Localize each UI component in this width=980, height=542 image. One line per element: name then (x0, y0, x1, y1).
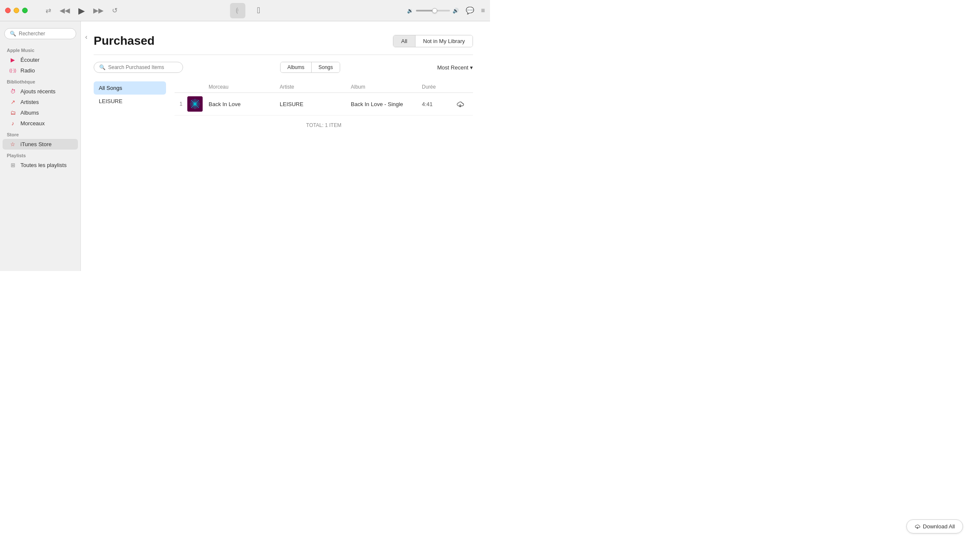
page-title: Purchased (94, 34, 155, 48)
sidebar-search[interactable]: 🔍 (4, 28, 76, 39)
artists-icon: ↗ (9, 99, 16, 105)
col-morceau: Morceau (209, 84, 280, 90)
recent-icon: ⏱ (9, 88, 16, 95)
page-header: Purchased All Not in My Library (94, 34, 473, 48)
listen-icon: ▶ (9, 57, 16, 63)
sidebar-item-tracks[interactable]: ♪ Morceaux (3, 118, 78, 129)
artist-list-item-leisure[interactable]: LEISURE (94, 95, 166, 108)
sidebar-item-listen-label: Écouter (20, 57, 40, 63)
filter-tabs: All Not in My Library (393, 35, 473, 47)
track-number: 1 (175, 101, 187, 107)
sidebar-item-artists[interactable]: ↗ Artistes (3, 97, 78, 107)
sidebar-item-recent[interactable]: ⏱ Ajouts récents (3, 86, 78, 97)
radio-icon: ((·)) (9, 68, 16, 73)
search-input[interactable] (19, 31, 71, 37)
view-tab-songs[interactable]: Songs (311, 62, 340, 72)
album-art-starburst (187, 96, 203, 112)
now-playing-area:  (230, 3, 260, 18)
two-panel: All Songs LEISURE Morceau Artiste Album … (94, 81, 473, 135)
artist-list-panel: All Songs LEISURE (94, 81, 166, 135)
chat-icon[interactable]: 💬 (466, 6, 474, 14)
view-tabs: Albums Songs (280, 62, 340, 73)
close-button[interactable] (5, 8, 11, 13)
artist-list-item-all[interactable]: All Songs (94, 81, 166, 95)
search-purchased-icon: 🔍 (99, 64, 106, 70)
col-actions (456, 84, 473, 90)
main-container: 🔍 Apple Music ▶ Écouter ((·)) Radio Bibl… (0, 21, 490, 271)
content-area: ‹ Purchased All Not in My Library 🔍 Albu… (81, 21, 490, 271)
col-duree: Durée (422, 84, 456, 90)
download-cloud-icon (456, 100, 464, 108)
toolbar: 🔍 Albums Songs Most Recent ▾ (94, 62, 473, 73)
header-divider (94, 55, 473, 55)
sidebar-item-all-playlists-label: Toutes les playlists (20, 162, 66, 168)
col-art (187, 84, 209, 90)
filter-tab-all[interactable]: All (393, 35, 415, 47)
sidebar-item-radio[interactable]: ((·)) Radio (3, 65, 78, 76)
list-icon[interactable]: ≡ (481, 7, 485, 14)
sidebar-item-radio-label: Radio (20, 67, 35, 74)
now-playing-icon (230, 3, 245, 18)
volume-high-icon: 🔊 (453, 8, 459, 14)
track-title: Back In Love (209, 101, 280, 107)
table-header: Morceau Artiste Album Durée (175, 81, 473, 93)
prev-button[interactable]: ◀◀ (59, 6, 71, 15)
sidebar-section-bibliotheque: Bibliothèque (0, 76, 80, 86)
sidebar-section-apple-music: Apple Music (0, 44, 80, 55)
volume-low-icon: 🔉 (407, 8, 413, 14)
volume-control[interactable]: 🔉 🔊 (407, 8, 459, 14)
track-duration: 4:41 (422, 101, 456, 107)
window-controls (5, 8, 28, 13)
shuffle-button[interactable]: ⇄ (45, 6, 52, 15)
albums-icon: 🗂 (9, 110, 16, 116)
sidebar-item-listen[interactable]: ▶ Écouter (3, 55, 78, 65)
sidebar-item-recent-label: Ajouts récents (20, 88, 55, 95)
volume-slider[interactable] (416, 10, 450, 12)
album-art (187, 96, 203, 112)
sidebar-item-tracks-label: Morceaux (20, 120, 45, 127)
repeat-button[interactable]: ↺ (111, 6, 118, 15)
transport-controls: ⇄ ◀◀ ▶ ▶▶ ↺ (45, 5, 118, 17)
search-purchased-input[interactable] (108, 64, 178, 70)
view-tab-albums[interactable]: Albums (281, 62, 311, 72)
maximize-button[interactable] (22, 8, 28, 13)
titlebar: ⇄ ◀◀ ▶ ▶▶ ↺  🔉 🔊 💬 ≡ (0, 0, 490, 21)
right-controls: 🔉 🔊 💬 ≡ (407, 6, 485, 14)
sort-label: Most Recent (437, 64, 468, 71)
track-artist: LEISURE (280, 101, 351, 107)
tracks-icon: ♪ (9, 120, 16, 127)
search-icon: 🔍 (10, 31, 16, 37)
sidebar: 🔍 Apple Music ▶ Écouter ((·)) Radio Bibl… (0, 21, 81, 271)
sidebar-section-playlists: Playlists (0, 150, 80, 160)
col-artiste: Artiste (280, 84, 351, 90)
sidebar-item-itunes-store[interactable]: ☆ iTunes Store (3, 139, 78, 150)
col-album: Album (351, 84, 422, 90)
sidebar-item-artists-label: Artistes (20, 99, 39, 105)
sidebar-item-albums[interactable]: 🗂 Albums (3, 107, 78, 118)
back-button[interactable]: ‹ (85, 33, 87, 41)
minimize-button[interactable] (14, 8, 19, 13)
table-row[interactable]: 1 (175, 93, 473, 115)
track-download-button[interactable] (456, 100, 464, 108)
sidebar-item-albums-label: Albums (20, 110, 39, 116)
sidebar-item-itunes-store-label: iTunes Store (20, 141, 52, 147)
tracks-panel: Morceau Artiste Album Durée 1 (166, 81, 473, 135)
store-icon: ☆ (9, 141, 16, 147)
svg-point-9 (194, 103, 196, 105)
sidebar-section-store: Store (0, 129, 80, 139)
sort-select[interactable]: Most Recent ▾ (437, 64, 473, 71)
play-button[interactable]: ▶ (77, 5, 86, 17)
next-button[interactable]: ▶▶ (92, 6, 104, 15)
sort-chevron-icon: ▾ (470, 64, 473, 71)
playlists-icon: ⊞ (9, 162, 16, 168)
filter-tab-not-in-lib[interactable]: Not in My Library (415, 35, 473, 47)
total-label: TOTAL: 1 ITEM (175, 115, 473, 135)
volume-thumb (432, 8, 437, 13)
purchased-search[interactable]: 🔍 (94, 62, 183, 73)
apple-logo-icon:  (257, 6, 260, 15)
sidebar-item-all-playlists[interactable]: ⊞ Toutes les playlists (3, 160, 78, 170)
col-num (175, 84, 187, 90)
track-album: Back In Love - Single (351, 101, 422, 107)
